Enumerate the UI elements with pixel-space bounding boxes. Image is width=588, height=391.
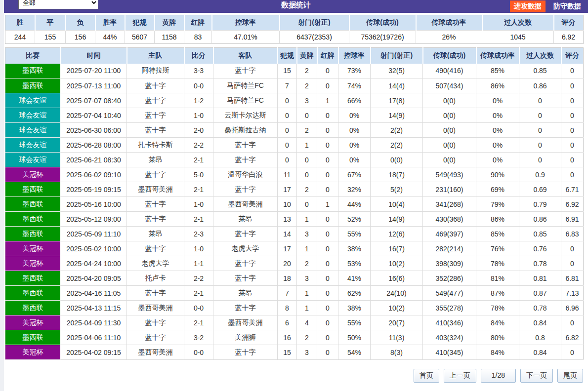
- match-cell: 0%: [338, 153, 371, 167]
- match-cell: 7: [278, 286, 297, 301]
- summary-fouls: 5607: [125, 31, 155, 44]
- match-cell: 549(493): [423, 167, 476, 182]
- match-cell: 507(434): [423, 78, 476, 93]
- match-cell: 7.13: [561, 286, 584, 301]
- match-cell: 84%: [476, 345, 519, 360]
- match-cell: 0: [317, 241, 338, 256]
- match-cell: 0: [317, 123, 338, 138]
- match-cell: 2: [297, 64, 317, 78]
- match-header-passes: 传球(成功): [423, 48, 476, 64]
- match-cell: 桑托斯拉古纳: [213, 123, 278, 138]
- match-cell: 6.82: [561, 330, 584, 345]
- match-cell: 0%: [338, 123, 371, 138]
- match-cell: 2(2): [371, 123, 423, 138]
- match-cell: 0: [561, 123, 584, 138]
- match-cell: 352(286): [423, 271, 476, 286]
- match-cell: 0: [561, 108, 584, 123]
- match-cell: 16: [278, 330, 297, 345]
- match-header-score: 比分: [184, 48, 213, 64]
- match-cell: 0.85: [519, 227, 561, 241]
- summary-header-draws: 平: [35, 15, 66, 31]
- summary-passes: 75362(19726): [349, 31, 416, 44]
- match-cell: 0: [561, 78, 584, 93]
- match-cell: 0.76: [519, 241, 561, 256]
- match-cell: 马萨特兰FC: [213, 93, 278, 108]
- match-cell: 0.79: [519, 197, 561, 212]
- match-cell: 2025-04-13 11:15: [61, 301, 127, 315]
- match-cell: 32(5): [371, 64, 423, 78]
- league-filter-select[interactable]: 全部: [18, 0, 98, 9]
- match-cell: 20(7): [371, 315, 423, 330]
- match-header-home-team: 主队: [127, 48, 184, 64]
- match-cell: 2-1: [184, 182, 213, 197]
- match-cell: 蓝十字: [127, 197, 184, 212]
- match-cell: 76%: [476, 241, 519, 256]
- match-cell: 莱昂: [127, 153, 184, 167]
- match-cell: 2: [297, 256, 317, 271]
- match-cell: 蓝十字: [213, 301, 278, 315]
- match-row: 球会友谊2025-06-21 08:30莱昂2-1蓝十字0000%0(0)0(0…: [5, 153, 584, 167]
- match-cell: 2: [297, 330, 317, 345]
- match-row: 美冠杯2025-04-09 11:30蓝十字2-1墨西哥美洲64055%20(7…: [5, 315, 584, 330]
- attack-data-button[interactable]: 进攻数据: [510, 0, 546, 12]
- match-cell: 0: [317, 78, 338, 93]
- match-cell: 阿特拉斯: [127, 64, 184, 78]
- match-cell: 0-0: [184, 301, 213, 315]
- match-cell: 14(4): [371, 78, 423, 93]
- match-cell: 0: [317, 301, 338, 315]
- match-cell: 90%: [476, 167, 519, 182]
- match-cell: 15: [278, 345, 297, 360]
- prev-page-button[interactable]: 上一页: [444, 369, 476, 383]
- match-cell: 10(2): [371, 301, 423, 315]
- league-badge: 墨西联: [5, 64, 61, 78]
- match-cell: 0: [317, 64, 338, 78]
- match-cell: 0(0): [371, 153, 423, 167]
- league-badge: 墨西联: [5, 78, 61, 93]
- match-cell: 蓝十字: [127, 315, 184, 330]
- match-cell: 66%: [338, 93, 371, 108]
- match-cell: 0%: [476, 108, 519, 123]
- match-cell: 2-2: [184, 138, 213, 153]
- match-cell: 0: [297, 167, 317, 182]
- match-cell: 2025-05-09 11:10: [61, 227, 127, 241]
- match-cell: 1: [297, 301, 317, 315]
- match-cell: 0: [561, 315, 584, 330]
- defense-data-button[interactable]: 防守数据: [550, 0, 584, 12]
- match-cell: 3: [297, 271, 317, 286]
- match-cell: 0.87: [519, 286, 561, 301]
- first-page-button[interactable]: 首页: [414, 369, 439, 383]
- match-cell: 0: [519, 93, 561, 108]
- match-cell: 0-0: [184, 345, 213, 360]
- match-cell: 6.96: [561, 301, 584, 315]
- match-cell: 0%: [476, 123, 519, 138]
- match-cell: 0: [317, 227, 338, 241]
- match-cell: 0: [317, 271, 338, 286]
- match-cell: 2025-05-16 10:00: [61, 197, 127, 212]
- match-cell: 蓝十字: [127, 167, 184, 182]
- match-cell: 18(7): [371, 167, 423, 182]
- match-cell: 蓝十字: [213, 271, 278, 286]
- summary-draws: 155: [35, 31, 66, 44]
- match-cell: 蓝十字: [213, 138, 278, 153]
- match-row: 美冠杯2025-04-02 09:15墨西哥美洲0-0蓝十字153054%8(3…: [5, 345, 584, 360]
- match-cell: 17(8): [371, 93, 423, 108]
- match-cell: 6.91: [561, 212, 584, 227]
- match-cell: 云斯卡尔达斯: [213, 108, 278, 123]
- summary-header-fouls: 犯规: [125, 15, 155, 31]
- match-cell: 1-2: [184, 93, 213, 108]
- match-cell: 2025-04-16 11:05: [61, 286, 127, 301]
- next-page-button[interactable]: 下一页: [520, 369, 553, 383]
- match-cell: 84%: [476, 315, 519, 330]
- league-badge: 球会友谊: [5, 123, 61, 138]
- match-row: 墨西联2025-07-20 11:00阿特拉斯3-3蓝十字152073%32(5…: [5, 64, 584, 78]
- match-row: 美冠杯2025-04-24 10:00老虎大学1-1蓝十字202053%10(2…: [5, 256, 584, 271]
- match-cell: 398(309): [423, 256, 476, 271]
- summary-header-rating: 评分: [554, 15, 584, 31]
- last-page-button[interactable]: 尾页: [557, 369, 583, 383]
- match-cell: 老虎大学: [127, 256, 184, 271]
- match-cell: 0: [278, 123, 297, 138]
- match-cell: 2: [297, 182, 317, 197]
- summary-header-winrate: 胜率: [95, 15, 125, 31]
- match-cell: 1-0: [184, 197, 213, 212]
- match-row: 墨西联2025-04-16 11:05蓝十字2-1莱昂71062%24(10)5…: [5, 286, 584, 301]
